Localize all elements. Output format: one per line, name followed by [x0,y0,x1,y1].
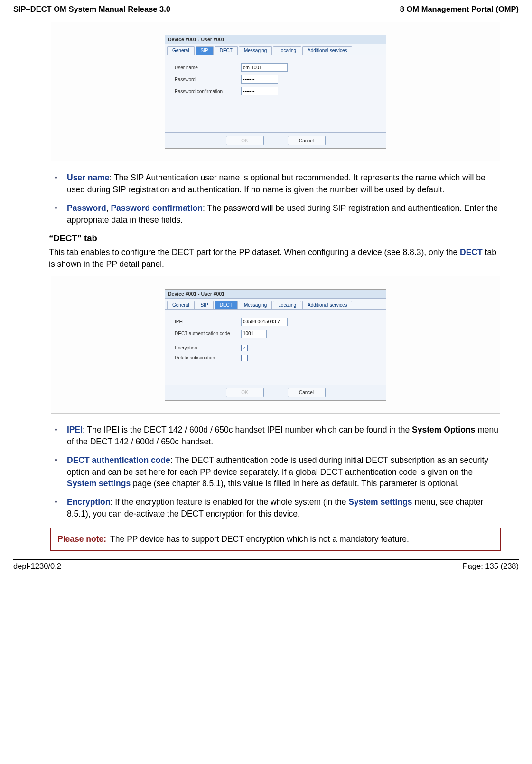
row-encryption: Encryption ✓ [175,345,379,351]
password-confirm-input[interactable] [241,87,278,95]
ipei-label: IPEI [175,319,241,324]
dialog-tabs: General SIP DECT Messaging Locating Addi… [165,299,386,310]
sip-dialog-screenshot: Device #001 - User #001 General SIP DECT… [51,22,500,161]
password-label: Password [175,77,241,82]
tab-additional[interactable]: Additional services [302,301,352,309]
row-password-confirm: Password confirmation [175,87,379,95]
tab-locating[interactable]: Locating [273,46,301,55]
ipei-text-a: : The IPEI is the DECT 142 / 600d / 650c… [83,425,412,434]
dect-bullet-list: IPEI: The IPEI is the DECT 142 / 600d / … [49,424,502,520]
dialog-button-bar: OK Cancel [165,385,386,400]
tab-additional[interactable]: Additional services [302,46,352,55]
tab-sip[interactable]: SIP [196,46,214,55]
device-user-dialog-sip: Device #001 - User #001 General SIP DECT… [165,35,386,149]
tab-locating[interactable]: Locating [273,301,301,309]
encryption-link: System settings [348,497,412,507]
dialog-title: Device #001 - User #001 [165,290,386,299]
dect-auth-input[interactable] [241,330,267,338]
bullet-encryption: Encryption: If the encryption feature is… [49,496,502,520]
dect-tab-heading: “DECT” tab [49,233,502,244]
tab-messaging[interactable]: Messaging [239,46,272,55]
ok-button[interactable]: OK [226,388,264,397]
bullet-ipei: IPEI: The IPEI is the DECT 142 / 600d / … [49,424,502,448]
note-label: Please note: [57,533,106,545]
term-ipei: IPEI [67,425,83,434]
sep: , [106,203,111,213]
tab-general[interactable]: General [167,301,195,309]
username-input[interactable] [241,63,288,72]
footer-rule [13,559,519,560]
ipei-input[interactable] [241,318,288,326]
dialog-title: Device #001 - User #001 [165,35,386,44]
password-input[interactable] [241,75,278,84]
term-encryption: Encryption [67,497,110,507]
cancel-button[interactable]: Cancel [288,136,326,145]
dect-auth-text-b: page (see chapter 8.5.1), this value is … [131,479,459,488]
tab-dect[interactable]: DECT [215,301,238,309]
tab-general[interactable]: General [167,46,195,55]
text-username: : The SIP Authentication user name is op… [67,173,485,194]
row-password: Password [175,75,379,84]
row-delete-subscription: Delete subscription [175,355,379,361]
dect-tab-paragraph: This tab enables to configure the DECT p… [49,246,502,270]
ipei-bold: System Options [412,425,475,434]
row-dect-auth: DECT authentication code [175,330,379,338]
term-password: Password [67,203,106,213]
tab-sip[interactable]: SIP [196,301,214,309]
dect-auth-label: DECT authentication code [175,331,241,336]
dialog-body: IPEI DECT authentication code Encryption… [165,310,386,385]
term-dect-auth: DECT authentication code [67,455,170,465]
password-confirm-label: Password confirmation [175,89,241,94]
footer-left: depl-1230/0.2 [13,562,61,571]
page-header: SIP–DECT OM System Manual Release 3.0 8 … [13,5,519,14]
delete-subscription-label: Delete subscription [175,355,241,361]
page-footer: depl-1230/0.2 Page: 135 (238) [13,562,519,575]
header-left: SIP–DECT OM System Manual Release 3.0 [13,5,170,14]
term-username: User name [67,173,110,182]
delete-subscription-checkbox[interactable] [241,355,248,361]
row-ipei: IPEI [175,318,379,326]
header-rule [13,15,519,15]
device-user-dialog-dect: Device #001 - User #001 General SIP DECT… [165,289,386,401]
dect-para-a: This tab enables to configure the DECT p… [49,247,460,257]
tab-messaging[interactable]: Messaging [239,301,272,309]
username-label: User name [175,65,241,70]
dialog-tabs: General SIP DECT Messaging Locating Addi… [165,44,386,55]
cancel-button[interactable]: Cancel [288,388,326,397]
ok-button[interactable]: OK [226,136,264,145]
tab-dect[interactable]: DECT [215,46,238,55]
encryption-label: Encryption [175,345,241,350]
footer-right: Page: 135 (238) [463,562,519,571]
encryption-text-a: : If the encryption feature is enabled f… [110,497,348,507]
dialog-button-bar: OK Cancel [165,132,386,148]
dect-link: DECT [460,247,483,257]
bullet-username: User name: The SIP Authentication user n… [49,172,502,196]
dect-auth-link: System settings [67,479,131,488]
bullet-dect-auth: DECT authentication code: The DECT authe… [49,454,502,490]
please-note-box: Please note: The PP device has to suppor… [50,528,501,551]
dialog-body: User name Password Password confirmation [165,55,386,132]
note-text: The PP device has to support DECT encryp… [110,533,409,545]
dect-dialog-screenshot: Device #001 - User #001 General SIP DECT… [51,276,500,414]
encryption-checkbox[interactable]: ✓ [241,345,248,351]
sip-bullet-list: User name: The SIP Authentication user n… [49,172,502,226]
header-right: 8 OM Management Portal (OMP) [400,5,519,14]
row-username: User name [175,63,379,72]
bullet-password: Password, Password confirmation: The pas… [49,202,502,226]
term-password-confirm: Password confirmation [111,203,203,213]
